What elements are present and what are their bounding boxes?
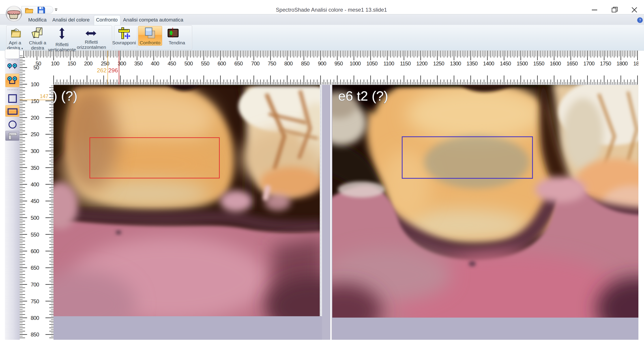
svg-text:850: 850: [301, 60, 310, 66]
svg-text:350: 350: [31, 165, 39, 171]
svg-text:100: 100: [31, 81, 39, 87]
svg-text:1000: 1000: [350, 60, 361, 66]
svg-text:e6 t2 (?): e6 t2 (?): [338, 88, 388, 104]
svg-text:1800: 1800: [616, 60, 628, 66]
svg-text:1700: 1700: [583, 60, 594, 66]
svg-text:150: 150: [68, 60, 76, 66]
svg-text:950: 950: [334, 60, 343, 66]
svg-text:250: 250: [101, 60, 109, 66]
svg-text:50: 50: [33, 64, 39, 70]
svg-text:1750: 1750: [600, 60, 611, 66]
svg-text:350: 350: [134, 60, 143, 66]
svg-text:700: 700: [251, 60, 260, 66]
svg-text:400: 400: [151, 60, 159, 66]
svg-text:800: 800: [284, 60, 293, 66]
svg-text:1500: 1500: [516, 60, 528, 66]
svg-text:1200: 1200: [416, 60, 428, 66]
svg-text:400: 400: [31, 182, 39, 188]
svg-text:1450: 1450: [500, 60, 511, 66]
svg-text:550: 550: [31, 232, 39, 238]
svg-text:750: 750: [31, 298, 39, 304]
svg-text:150: 150: [31, 98, 39, 104]
svg-text:1600: 1600: [550, 60, 561, 66]
svg-text:850: 850: [31, 332, 39, 338]
svg-text:450: 450: [31, 198, 39, 204]
svg-text:1650: 1650: [566, 60, 578, 66]
svg-text:147: 147: [40, 94, 48, 99]
svg-text:750: 750: [268, 60, 276, 66]
svg-text:?: ?: [639, 18, 641, 22]
svg-text:600: 600: [218, 60, 226, 66]
svg-text:800: 800: [31, 315, 39, 321]
svg-text:1400: 1400: [483, 60, 494, 66]
svg-text:1550: 1550: [533, 60, 544, 66]
svg-text:262: 262: [97, 67, 106, 74]
svg-text:250: 250: [31, 131, 39, 137]
svg-text:1350: 1350: [466, 60, 478, 66]
svg-text:200: 200: [84, 60, 92, 66]
svg-text:1250: 1250: [433, 60, 444, 66]
svg-text:296: 296: [108, 67, 118, 74]
svg-text:500: 500: [31, 215, 39, 221]
svg-text:650: 650: [31, 265, 39, 271]
svg-text:300: 300: [31, 148, 39, 154]
svg-text:900: 900: [318, 60, 326, 66]
svg-text:650: 650: [234, 60, 243, 66]
svg-text:1300: 1300: [450, 60, 461, 66]
svg-text:450: 450: [168, 60, 176, 66]
svg-text:1100: 1100: [383, 60, 394, 66]
svg-text:550: 550: [201, 60, 209, 66]
svg-text:1150: 1150: [400, 60, 411, 66]
svg-text:1050: 1050: [366, 60, 378, 66]
svg-text:600: 600: [31, 248, 39, 254]
svg-text:700: 700: [31, 282, 39, 288]
svg-text:500: 500: [184, 60, 193, 66]
svg-text:200: 200: [31, 115, 39, 121]
